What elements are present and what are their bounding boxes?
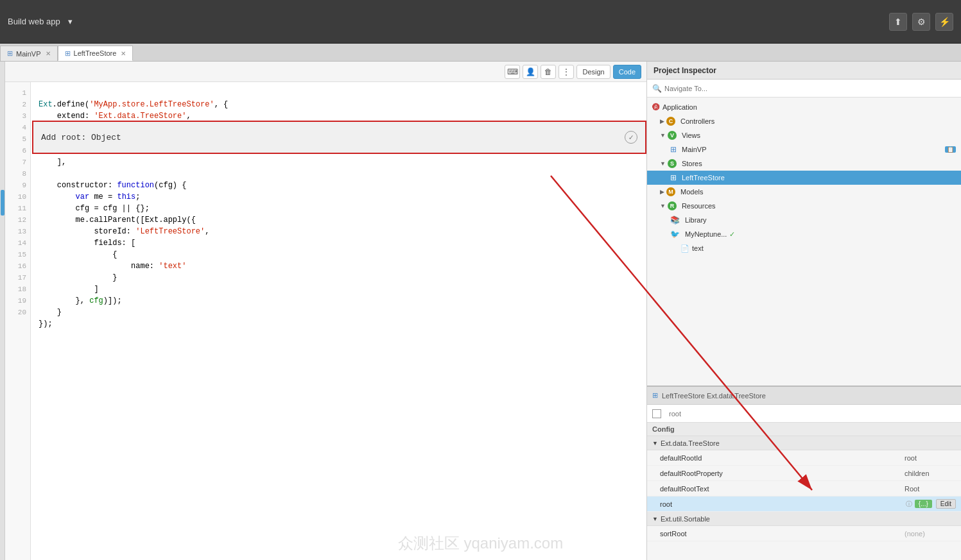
keyboard-button[interactable]: ⌨ (505, 65, 520, 79)
tree-item-models-label: Models (680, 188, 703, 196)
config-panel: ⊞ LeftTreeStore Ext.data.TreeStore Confi… (647, 387, 961, 560)
prop-name-sortroot: sortRoot (660, 530, 905, 538)
delete-icon: 🗑 (544, 67, 552, 76)
pi-search-bar[interactable]: 🔍 (647, 80, 961, 98)
line-numbers: 12345 678910 1112131415 1617181920 (5, 82, 31, 560)
config-row-defaultroottext[interactable]: defaultRootText Root (647, 481, 961, 496)
tab-mainvp-close[interactable]: ✕ (46, 50, 51, 57)
library-icon: 📚 (670, 216, 680, 225)
add-root-confirm-button[interactable]: ✓ (625, 131, 637, 144)
tab-lefttreestore-close[interactable]: ✕ (121, 50, 126, 57)
pi-tree: 🅐 Application ▶ C Controllers ▼ V Views (647, 98, 961, 386)
config-rows: ▼ Ext.data.TreeStore defaultRootId root … (647, 436, 961, 560)
flash-icon: ⚡ (939, 17, 950, 27)
tree-item-stores[interactable]: ▼ S Stores (647, 157, 961, 171)
myneptune-status-icon: ✓ (729, 230, 735, 239)
keyboard-icon: ⌨ (507, 67, 518, 76)
check-icon: ✓ (628, 133, 633, 142)
lefttreestore-icon: ⊞ (670, 173, 677, 182)
tab-lefttreestore-label: LeftTreeStore (74, 49, 117, 57)
tree-item-library[interactable]: 📚 Library (647, 213, 961, 227)
delete-button[interactable]: 🗑 (541, 65, 556, 79)
controllers-arrow-icon: ▶ (660, 118, 664, 124)
person-button[interactable]: 👤 (523, 65, 538, 79)
tree-item-myneptune-label: MyNeptune... (685, 230, 727, 238)
prop-name-defaultrootid: defaultRootId (660, 454, 905, 462)
side-button[interactable] (1, 190, 4, 216)
tree-item-lefttreestore[interactable]: ⊞ LeftTreeStore (647, 171, 961, 185)
prop-info-root: ⓘ (906, 500, 912, 509)
models-arrow-icon: ▶ (660, 189, 664, 195)
tab-bar: ⊞ MainVP ✕ ⊞ LeftTreeStore ✕ (0, 44, 961, 62)
config-group-ext-data-treestore[interactable]: ▼ Ext.data.TreeStore (647, 436, 961, 450)
config-group-ext-util-sortable[interactable]: ▼ Ext.util.Sortable (647, 512, 961, 526)
app-title: Build web app (8, 17, 60, 26)
views-icon: V (668, 131, 677, 140)
mainvp-extra-icon[interactable]: 📋 (945, 146, 956, 153)
run-button[interactable]: ⚡ (935, 13, 953, 31)
prop-value-root: {...} (915, 500, 932, 508)
pi-search-input[interactable] (664, 85, 956, 92)
pi-title: Project Inspector (654, 66, 716, 75)
config-row-sortroot[interactable]: sortRoot (none) (647, 526, 961, 541)
config-row-root[interactable]: root ⓘ {...} Edit (647, 496, 961, 512)
root-edit-button[interactable]: Edit (936, 499, 956, 509)
config-section-label: Config (647, 423, 961, 436)
tab-lefttreestore[interactable]: ⊞ LeftTreeStore ✕ (58, 46, 134, 61)
mainvp-icon: ⊞ (670, 145, 677, 154)
prop-name-defaultroottext: defaultRootText (660, 485, 905, 493)
design-button[interactable]: Design (576, 65, 610, 79)
stores-arrow-icon: ▼ (660, 160, 666, 167)
upload-button[interactable]: ⬆ (889, 13, 907, 31)
controllers-icon: C (666, 117, 675, 126)
tree-item-text[interactable]: 📄 text (647, 241, 961, 255)
tab-mainvp-icon: ⊞ (7, 49, 13, 58)
application-icon: 🅐 (652, 103, 660, 112)
tree-item-application[interactable]: 🅐 Application (647, 100, 961, 114)
tree-item-views[interactable]: ▼ V Views (647, 128, 961, 142)
text-file-icon: 📄 (680, 244, 689, 253)
group-label-ext-util-sortable: Ext.util.Sortable (661, 515, 710, 523)
expand-button[interactable]: ⋮ (558, 65, 574, 79)
search-icon: 🔍 (652, 84, 662, 93)
models-icon: M (666, 187, 675, 196)
cp-header-text: LeftTreeStore Ext.data.TreeStore (662, 392, 766, 400)
pi-header: Project Inspector (647, 62, 961, 80)
tree-item-resources[interactable]: ▼ R Resources (647, 199, 961, 213)
group-label-ext-data-treestore: Ext.data.TreeStore (661, 439, 720, 447)
stores-icon: S (668, 159, 677, 168)
tree-item-views-label: Views (682, 132, 700, 139)
expand-icon: ⋮ (562, 67, 570, 76)
prop-value-defaultrootid: root (905, 454, 956, 462)
tab-mainvp-label: MainVP (16, 50, 41, 58)
views-arrow-icon: ▼ (660, 132, 666, 139)
tree-item-lefttreestore-label: LeftTreeStore (682, 174, 725, 182)
editor-area: ⌨ 👤 🗑 ⋮ Design Code 12345 678910 1112131… (5, 62, 646, 560)
config-row-defaultrootproperty[interactable]: defaultRootProperty children (647, 466, 961, 481)
tab-lefttreestore-icon: ⊞ (65, 49, 71, 58)
dropdown-arrow-icon[interactable]: ▾ (68, 17, 73, 26)
code-button[interactable]: Code (613, 65, 641, 79)
tree-item-models[interactable]: ▶ M Models (647, 185, 961, 199)
config-row-defaultrootid[interactable]: defaultRootId root (647, 450, 961, 466)
add-root-popup: Add root: Object ✓ (32, 121, 646, 154)
cp-search-row (647, 405, 961, 423)
prop-value-sortroot: (none) (905, 530, 956, 538)
tree-item-controllers[interactable]: ▶ C Controllers (647, 114, 961, 128)
tree-item-mainvp[interactable]: ⊞ MainVP 📋 (647, 142, 961, 157)
editor-toolbar: ⌨ 👤 🗑 ⋮ Design Code (5, 62, 646, 82)
prop-value-defaultrootproperty: children (905, 470, 956, 477)
code-editor[interactable]: 12345 678910 1112131415 1617181920 Ext.d… (5, 82, 646, 560)
cp-search-input[interactable] (669, 410, 956, 418)
tree-item-application-label: Application (662, 103, 697, 111)
tree-item-myneptune[interactable]: 🐦 MyNeptune... ✓ (647, 227, 961, 241)
tree-item-library-label: Library (685, 216, 707, 224)
cp-checkbox[interactable] (652, 409, 661, 418)
tree-item-mainvp-label: MainVP (682, 146, 707, 153)
settings-button[interactable]: ⚙ (912, 13, 930, 31)
tab-mainvp[interactable]: ⊞ MainVP ✕ (0, 46, 58, 61)
main-layout: ⌨ 👤 🗑 ⋮ Design Code 12345 678910 1112131… (0, 62, 961, 560)
tree-item-stores-label: Stores (682, 160, 702, 167)
group-arrow-icon: ▼ (652, 440, 658, 446)
myneptune-icon: 🐦 (670, 230, 680, 239)
